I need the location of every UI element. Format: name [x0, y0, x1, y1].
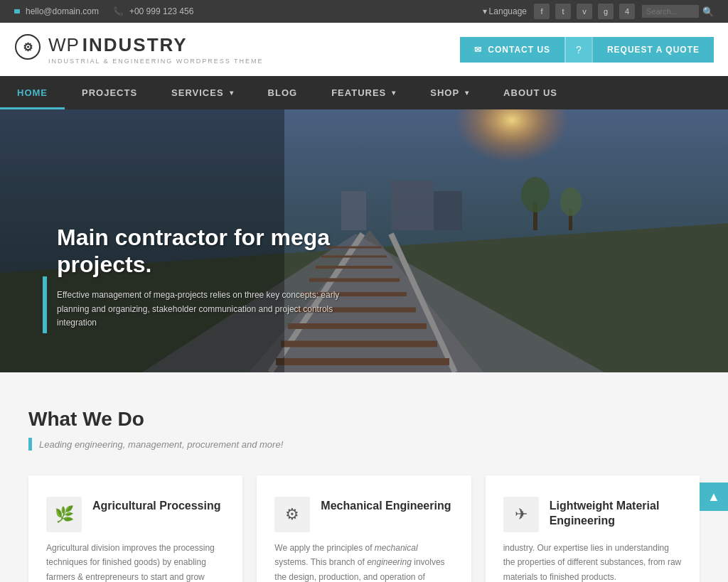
card-title-lightweight: Lightweight Material Engineering [550, 497, 682, 529]
main-nav: HOME PROJECTS SERVICES ▾ BLOG FEATURES ▾… [0, 76, 728, 109]
hero-content: Main contractor for mega projects. Effec… [57, 224, 341, 330]
features-dropdown-arrow: ▾ [392, 89, 396, 97]
nav-label-about: ABOUT US [503, 87, 557, 98]
svg-rect-18 [341, 191, 366, 230]
quote-label: REQUEST A QUOTE [607, 45, 700, 55]
card-desc-mechanical: We apply the principles of mechanical sy… [274, 541, 453, 582]
search-icon[interactable]: 🔍 [702, 6, 714, 17]
nav-label-home: HOME [17, 87, 48, 98]
request-quote-button[interactable]: REQUEST A QUOTE [592, 37, 714, 63]
language-label: Language [489, 6, 527, 16]
svg-point-20 [521, 177, 550, 212]
scroll-to-top-button[interactable]: ▲ [700, 483, 728, 511]
card-header-lightweight: ✈ Lightweight Material Engineering [503, 497, 682, 532]
section-subtitle: Leading engineering, management, procure… [39, 439, 283, 450]
nav-label-projects: PROJECTS [82, 87, 137, 98]
phone-icon: 📞 [113, 6, 124, 16]
hero-title: Main contractor for mega projects. [57, 224, 341, 279]
service-card-agricultural: 🌿 Agricultural Processing Agricultural d… [28, 475, 242, 582]
logo[interactable]: ⚙ WP INDUSTRY INDUSTRIAL & ENGINEERING W… [14, 33, 264, 65]
nav-item-blog[interactable]: BLOG [251, 76, 315, 109]
logo-industry: INDUSTRY [82, 34, 188, 55]
logo-tagline: INDUSTRIAL & ENGINEERING WORDPRESS THEME [48, 58, 264, 65]
section-subtitle-bar: Leading engineering, management, procure… [28, 438, 700, 451]
card-title-mechanical: Mechanical Engineering [321, 497, 451, 514]
card-title-agricultural: Agricultural Processing [92, 497, 221, 514]
github-icon[interactable]: g [598, 4, 614, 19]
subtitle-accent-bar [28, 438, 32, 451]
top-bar-left: hello@domain.com 📞 +00 999 123 456 [14, 6, 193, 16]
plane-icon: ✈ [503, 497, 539, 532]
what-we-do-section: What We Do Leading engineering, manageme… [0, 372, 728, 582]
hero-section: Main contractor for mega projects. Effec… [0, 109, 728, 372]
email-icon [14, 9, 20, 14]
top-bar: hello@domain.com 📞 +00 999 123 456 ▾ Lan… [0, 0, 728, 23]
svg-point-22 [560, 188, 582, 216]
language-selector[interactable]: ▾ Language [483, 6, 527, 16]
vimeo-icon[interactable]: v [577, 4, 592, 19]
logo-text: WP INDUSTRY INDUSTRIAL & ENGINEERING WOR… [48, 34, 264, 65]
card-header-mechanical: ⚙ Mechanical Engineering [274, 497, 453, 532]
hero-accent-bar [43, 276, 47, 333]
nav-label-shop: SHOP [430, 87, 459, 98]
contact-us-button[interactable]: ✉ CONTACT US [460, 37, 564, 63]
nav-item-shop[interactable]: SHOP ▾ [413, 76, 486, 109]
service-cards: 🌿 Agricultural Processing Agricultural d… [28, 475, 700, 582]
foursquare-icon[interactable]: 4 [619, 4, 635, 19]
services-dropdown-arrow: ▾ [230, 89, 234, 97]
svg-rect-16 [391, 180, 434, 230]
nav-label-features: FEATURES [331, 87, 386, 98]
svg-rect-17 [434, 191, 462, 230]
envelope-icon: ✉ [474, 45, 482, 55]
header: ⚙ WP INDUSTRY INDUSTRIAL & ENGINEERING W… [0, 23, 728, 76]
nav-item-about[interactable]: ABOUT US [486, 76, 574, 109]
service-card-lightweight: ✈ Lightweight Material Engineering indus… [486, 475, 700, 582]
logo-icon: ⚙ [14, 33, 41, 65]
card-desc-lightweight: industry. Our expertise lies in understa… [503, 541, 682, 582]
nav-label-services: SERVICES [171, 87, 224, 98]
leaf-icon: 🌿 [46, 497, 82, 532]
search-bar[interactable]: 🔍 [642, 5, 714, 18]
phone-text: +00 999 123 456 [129, 6, 193, 16]
email-info: hello@domain.com [14, 6, 99, 16]
question-icon: ? [576, 44, 582, 55]
svg-text:⚙: ⚙ [23, 41, 33, 53]
header-actions: ✉ CONTACT US ? REQUEST A QUOTE [460, 37, 714, 63]
nav-item-features[interactable]: FEATURES ▾ [314, 76, 413, 109]
chevron-down-icon: ▾ [483, 6, 487, 16]
section-title: What We Do [28, 408, 700, 431]
nav-item-projects[interactable]: PROJECTS [65, 76, 154, 109]
chevron-up-icon: ▲ [707, 490, 720, 505]
email-text: hello@domain.com [26, 6, 99, 16]
top-bar-right: ▾ Language f t v g 4 🔍 [483, 4, 714, 19]
social-icons: f t v g 4 [534, 4, 635, 19]
card-desc-agricultural: Agricultural division improves the proce… [46, 541, 225, 582]
search-input[interactable] [642, 5, 699, 18]
logo-wp: WP [48, 34, 80, 55]
card-header-agricultural: 🌿 Agricultural Processing [46, 497, 225, 532]
phone-info: 📞 +00 999 123 456 [113, 6, 193, 16]
service-card-mechanical: ⚙ Mechanical Engineering We apply the pr… [257, 475, 471, 582]
twitter-icon[interactable]: t [555, 4, 571, 19]
shop-dropdown-arrow: ▾ [465, 89, 469, 97]
contact-us-label: CONTACT US [488, 45, 550, 55]
facebook-icon[interactable]: f [534, 4, 550, 19]
nav-label-blog: BLOG [268, 87, 298, 98]
hero-description: Effective management of mega-projects re… [57, 289, 341, 330]
gear-icon: ⚙ [274, 497, 310, 532]
nav-item-services[interactable]: SERVICES ▾ [154, 76, 251, 109]
help-button[interactable]: ? [564, 37, 592, 63]
nav-item-home[interactable]: HOME [0, 76, 65, 109]
